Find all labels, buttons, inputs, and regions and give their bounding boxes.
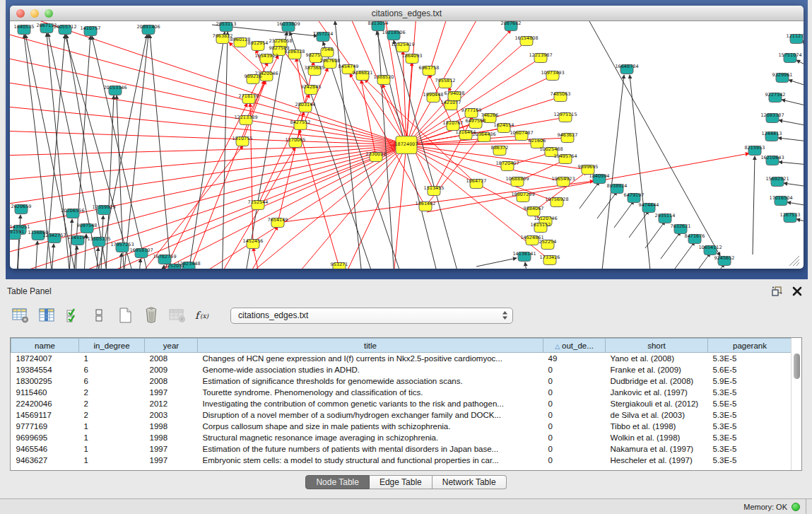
graph-node[interactable]: 9463627 xyxy=(558,132,578,143)
graph-node[interactable]: 989216 xyxy=(245,74,262,84)
column-header-title[interactable]: title xyxy=(198,339,543,353)
graph-node[interactable]: 1244413 xyxy=(762,131,782,141)
graph-node[interactable]: 9777169 xyxy=(461,107,482,118)
graph-node[interactable]: 12325419 xyxy=(391,42,414,52)
graph-node[interactable]: 18720407 xyxy=(495,160,519,171)
graph-node[interactable]: 20891406 xyxy=(136,24,160,35)
graph-node[interactable]: 8427552 xyxy=(290,119,311,130)
graph-node[interactable]: 1064727 xyxy=(466,178,487,189)
graph-node[interactable]: 9146821 xyxy=(353,70,373,81)
graph-node[interactable]: 12342757 xyxy=(42,233,66,243)
network-window-titlebar[interactable]: citations_edges.txt xyxy=(10,6,804,21)
table-row[interactable]: 2242004622012Investigating the contribut… xyxy=(11,398,792,409)
column-header-name[interactable]: name xyxy=(11,339,79,353)
column-header-out_de[interactable]: △out_de... xyxy=(543,339,606,353)
float-window-icon[interactable] xyxy=(771,286,784,297)
graph-node[interactable]: 7632621 xyxy=(671,223,691,234)
column-header-year[interactable]: year xyxy=(145,339,198,353)
graph-node[interactable]: 14136141 xyxy=(512,251,536,262)
column-header-short[interactable]: short xyxy=(606,339,708,353)
graph-node[interactable]: 1421077 xyxy=(441,100,461,110)
table-row[interactable]: 977716911998Corpus callosum shape and si… xyxy=(11,421,792,432)
table-row[interactable]: 946554611997Estimation of the future num… xyxy=(11,443,792,455)
graph-node[interactable]: 16154808 xyxy=(514,35,538,46)
tab-edge-table[interactable]: Edge Table xyxy=(370,475,433,489)
citation-network-graph[interactable]: 1640535266713314055712141075720891406205… xyxy=(10,21,804,269)
graph-node[interactable]: 10688809 xyxy=(505,176,529,187)
graph-node[interactable]: 18724007 xyxy=(394,136,418,154)
graph-node[interactable]: 16648784 xyxy=(615,64,638,74)
graph-node[interactable]: 16210643 xyxy=(760,155,784,165)
graph-node[interactable]: 9227342 xyxy=(765,92,786,103)
table-row[interactable]: 969969511998Structural magnetic resonanc… xyxy=(11,432,792,443)
graph-node[interactable]: 1211276 xyxy=(787,33,804,44)
zoom-window-icon[interactable] xyxy=(45,9,53,18)
graph-node[interactable]: 17016504 xyxy=(769,195,792,206)
graph-node[interactable]: 2252051 xyxy=(165,263,185,269)
graph-node[interactable]: 6497568 xyxy=(466,118,486,129)
graph-node[interactable]: 8186328 xyxy=(285,49,305,59)
graph-node[interactable]: 9245652 xyxy=(714,255,735,266)
resize-grip-icon[interactable] xyxy=(796,262,799,266)
graph-node[interactable]: 16033809 xyxy=(276,21,300,32)
graph-node[interactable]: 19654923 xyxy=(551,176,575,187)
graph-node[interactable]: 2620659 xyxy=(11,204,32,214)
graph-node[interactable]: 1316464 xyxy=(456,129,476,140)
graph-node[interactable]: 7152544 xyxy=(248,199,269,210)
graph-node[interactable]: 7485063 xyxy=(551,91,571,102)
graph-node[interactable]: 1410757 xyxy=(81,25,101,36)
graph-node[interactable]: 18807299 xyxy=(511,192,534,202)
graph-node[interactable]: 1391591 xyxy=(10,229,24,240)
graph-node[interactable]: 16543912 xyxy=(254,53,278,64)
graph-node[interactable]: 2087682 xyxy=(501,21,522,31)
function-builder-icon[interactable]: f(x) xyxy=(194,306,213,325)
graph-node[interactable]: 12213987 xyxy=(529,52,552,63)
close-panel-icon[interactable] xyxy=(791,286,804,297)
graph-node[interactable]: 1615152 xyxy=(531,222,551,233)
graph-node[interactable]: 1170065 xyxy=(286,137,306,148)
graph-node[interactable]: 3875685 xyxy=(305,65,325,76)
table-row[interactable]: 1830029562008Estimation of significance … xyxy=(11,375,792,387)
graph-node[interactable]: 1513455 xyxy=(424,185,445,196)
graph-node[interactable]: 15692921 xyxy=(765,176,789,187)
table-row[interactable]: 1872400712008Changes of HCN gene express… xyxy=(11,353,792,364)
network-canvas[interactable]: 1640535266713314055712141075720891406205… xyxy=(10,21,804,269)
graph-node[interactable]: 1588520 xyxy=(374,74,394,85)
graph-node[interactable]: 9474444 xyxy=(639,202,659,213)
graph-node[interactable]: 1864093 xyxy=(402,53,423,64)
create-column-icon[interactable] xyxy=(116,306,134,325)
tab-node-table[interactable]: Node Table xyxy=(305,475,370,489)
tab-network-table[interactable]: Network Table xyxy=(433,475,507,489)
graph-node[interactable]: 252254 xyxy=(539,239,557,250)
graph-node[interactable]: 1810755 xyxy=(233,136,253,146)
delete-columns-icon[interactable] xyxy=(142,306,160,325)
graph-node[interactable]: 6961758 xyxy=(419,65,440,76)
graph-node[interactable]: 9242845 xyxy=(301,84,322,95)
graph-node[interactable]: 9884067 xyxy=(524,206,544,216)
vertical-scrollbar[interactable] xyxy=(791,338,801,470)
column-header-in_degree[interactable]: in_degree xyxy=(79,339,145,353)
graph-node[interactable]: 1861462 xyxy=(416,201,436,211)
show-columns-icon[interactable] xyxy=(37,306,56,325)
table-row[interactable]: 1456911722003Disruption of a novel membe… xyxy=(11,409,792,421)
graph-node[interactable]: 20153346 xyxy=(103,85,126,95)
table-row[interactable]: 1938455462009Genome-wide association stu… xyxy=(11,364,792,375)
graph-node[interactable]: 953271 xyxy=(331,262,348,269)
graph-node[interactable]: 2935114 xyxy=(655,213,676,223)
graph-node[interactable]: 1452456 xyxy=(243,238,264,249)
graph-node[interactable]: 16958107 xyxy=(129,247,153,258)
graph-node[interactable]: 8471676 xyxy=(685,233,705,244)
minimize-window-icon[interactable] xyxy=(30,9,39,18)
graph-node[interactable]: 2803144 xyxy=(295,102,316,112)
close-window-icon[interactable] xyxy=(16,9,25,18)
scrollbar-thumb[interactable] xyxy=(794,354,800,379)
select-columns-icon[interactable] xyxy=(64,306,82,325)
graph-node[interactable]: 6479197 xyxy=(624,192,645,203)
graph-node[interactable]: 1640535 xyxy=(14,24,35,35)
graph-node[interactable]: 19495764 xyxy=(553,153,577,164)
table-mode-icon[interactable] xyxy=(11,306,30,325)
graph-node[interactable]: 9097548 xyxy=(77,223,98,233)
graph-node[interactable]: 1167533 xyxy=(780,212,801,223)
resize-grip-icon[interactable] xyxy=(793,259,799,266)
graph-node[interactable]: 7955812 xyxy=(435,78,456,88)
